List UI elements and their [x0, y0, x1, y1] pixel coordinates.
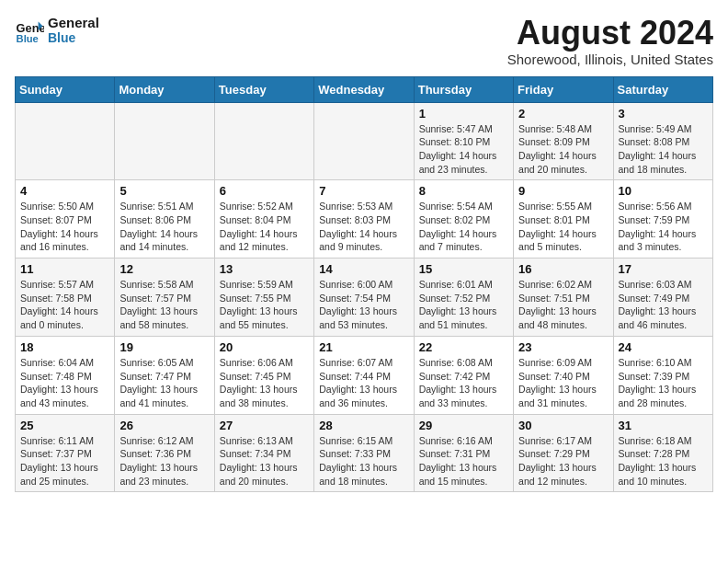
day-number: 20 [220, 340, 309, 354]
calendar-cell: 27Sunrise: 6:13 AMSunset: 7:34 PMDayligh… [214, 414, 313, 492]
header-day-tuesday: Tuesday [214, 76, 313, 102]
day-number: 25 [20, 419, 109, 432]
day-number: 6 [220, 184, 309, 198]
day-number: 21 [319, 340, 408, 354]
day-info: Sunrise: 5:55 AMSunset: 8:01 PMDaylight:… [518, 200, 608, 254]
logo-line2: Blue [48, 30, 99, 45]
day-number: 19 [119, 340, 209, 354]
week-row-5: 25Sunrise: 6:11 AMSunset: 7:37 PMDayligh… [16, 414, 713, 492]
header: General Blue General Blue August 2024 Sh… [15, 15, 713, 67]
week-row-1: 1Sunrise: 5:47 AMSunset: 8:10 PMDaylight… [16, 102, 713, 180]
week-row-3: 11Sunrise: 5:57 AMSunset: 7:58 PMDayligh… [16, 259, 713, 337]
day-info: Sunrise: 5:57 AMSunset: 7:58 PMDaylight:… [20, 278, 109, 332]
day-number: 15 [419, 262, 508, 276]
day-number: 11 [20, 262, 109, 276]
svg-text:Blue: Blue [17, 32, 39, 43]
day-number: 29 [419, 419, 508, 432]
calendar-title: August 2024 [507, 15, 713, 52]
calendar-cell: 20Sunrise: 6:06 AMSunset: 7:45 PMDayligh… [214, 336, 313, 414]
calendar-cell: 24Sunrise: 6:10 AMSunset: 7:39 PMDayligh… [613, 336, 712, 414]
day-number: 7 [319, 184, 408, 198]
day-number: 26 [119, 419, 209, 432]
day-info: Sunrise: 6:06 AMSunset: 7:45 PMDaylight:… [220, 356, 309, 410]
header-day-thursday: Thursday [414, 76, 513, 102]
calendar-cell: 2Sunrise: 5:48 AMSunset: 8:09 PMDaylight… [514, 102, 613, 180]
day-number: 2 [518, 107, 608, 121]
day-info: Sunrise: 6:11 AMSunset: 7:37 PMDaylight:… [20, 434, 109, 488]
day-info: Sunrise: 6:04 AMSunset: 7:48 PMDaylight:… [20, 356, 109, 410]
calendar-cell [16, 102, 115, 180]
calendar-cell: 25Sunrise: 6:11 AMSunset: 7:37 PMDayligh… [16, 414, 115, 492]
day-number: 24 [619, 340, 708, 354]
calendar-cell [214, 102, 313, 180]
calendar-cell: 10Sunrise: 5:56 AMSunset: 7:59 PMDayligh… [613, 180, 712, 259]
calendar-cell: 16Sunrise: 6:02 AMSunset: 7:51 PMDayligh… [514, 259, 613, 337]
day-info: Sunrise: 6:13 AMSunset: 7:34 PMDaylight:… [220, 434, 309, 488]
day-number: 22 [419, 340, 508, 354]
day-number: 4 [20, 184, 109, 198]
day-number: 18 [20, 340, 109, 354]
day-info: Sunrise: 5:50 AMSunset: 8:07 PMDaylight:… [20, 200, 109, 254]
logo: General Blue General Blue [15, 15, 99, 45]
day-number: 30 [518, 419, 608, 432]
calendar-cell [314, 102, 414, 180]
day-number: 28 [319, 419, 408, 432]
calendar-cell: 29Sunrise: 6:16 AMSunset: 7:31 PMDayligh… [414, 414, 513, 492]
header-day-friday: Friday [514, 76, 613, 102]
day-info: Sunrise: 6:07 AMSunset: 7:44 PMDaylight:… [319, 356, 408, 410]
day-info: Sunrise: 5:47 AMSunset: 8:10 PMDaylight:… [419, 122, 508, 177]
calendar-cell: 15Sunrise: 6:01 AMSunset: 7:52 PMDayligh… [414, 259, 513, 337]
calendar-cell: 5Sunrise: 5:51 AMSunset: 8:06 PMDaylight… [115, 180, 214, 259]
day-number: 17 [619, 262, 708, 276]
day-info: Sunrise: 5:52 AMSunset: 8:04 PMDaylight:… [220, 200, 309, 254]
calendar-cell: 28Sunrise: 6:15 AMSunset: 7:33 PMDayligh… [314, 414, 414, 492]
day-info: Sunrise: 6:10 AMSunset: 7:39 PMDaylight:… [619, 356, 708, 410]
calendar-cell: 6Sunrise: 5:52 AMSunset: 8:04 PMDaylight… [214, 180, 313, 259]
calendar-cell: 17Sunrise: 6:03 AMSunset: 7:49 PMDayligh… [613, 259, 712, 337]
day-number: 12 [119, 262, 209, 276]
day-info: Sunrise: 5:54 AMSunset: 8:02 PMDaylight:… [419, 200, 508, 254]
day-number: 14 [319, 262, 408, 276]
calendar-cell: 21Sunrise: 6:07 AMSunset: 7:44 PMDayligh… [314, 336, 414, 414]
day-info: Sunrise: 6:15 AMSunset: 7:33 PMDaylight:… [319, 434, 408, 488]
day-info: Sunrise: 5:51 AMSunset: 8:06 PMDaylight:… [119, 200, 209, 254]
week-row-2: 4Sunrise: 5:50 AMSunset: 8:07 PMDaylight… [16, 180, 713, 259]
day-info: Sunrise: 5:53 AMSunset: 8:03 PMDaylight:… [319, 200, 408, 254]
day-info: Sunrise: 6:05 AMSunset: 7:47 PMDaylight:… [119, 356, 209, 410]
calendar-subtitle: Shorewood, Illinois, United States [507, 52, 713, 67]
day-info: Sunrise: 6:09 AMSunset: 7:40 PMDaylight:… [518, 356, 608, 410]
calendar-cell: 1Sunrise: 5:47 AMSunset: 8:10 PMDaylight… [414, 102, 513, 180]
header-day-saturday: Saturday [613, 76, 712, 102]
calendar-cell: 18Sunrise: 6:04 AMSunset: 7:48 PMDayligh… [16, 336, 115, 414]
calendar-cell: 19Sunrise: 6:05 AMSunset: 7:47 PMDayligh… [115, 336, 214, 414]
week-row-4: 18Sunrise: 6:04 AMSunset: 7:48 PMDayligh… [16, 336, 713, 414]
day-number: 31 [619, 419, 708, 432]
calendar-cell: 22Sunrise: 6:08 AMSunset: 7:42 PMDayligh… [414, 336, 513, 414]
calendar-body: 1Sunrise: 5:47 AMSunset: 8:10 PMDaylight… [16, 102, 713, 492]
day-info: Sunrise: 5:49 AMSunset: 8:08 PMDaylight:… [619, 122, 708, 177]
header-day-wednesday: Wednesday [314, 76, 414, 102]
calendar-cell [115, 102, 214, 180]
day-info: Sunrise: 5:56 AMSunset: 7:59 PMDaylight:… [619, 200, 708, 254]
calendar-cell: 31Sunrise: 6:18 AMSunset: 7:28 PMDayligh… [613, 414, 712, 492]
title-section: August 2024 Shorewood, Illinois, United … [507, 15, 713, 67]
day-number: 27 [220, 419, 309, 432]
day-number: 13 [220, 262, 309, 276]
day-info: Sunrise: 6:16 AMSunset: 7:31 PMDaylight:… [419, 434, 508, 488]
calendar-cell: 11Sunrise: 5:57 AMSunset: 7:58 PMDayligh… [16, 259, 115, 337]
day-number: 10 [619, 184, 708, 198]
logo-line1: General [48, 15, 99, 30]
day-number: 8 [419, 184, 508, 198]
day-number: 23 [518, 340, 608, 354]
day-info: Sunrise: 5:58 AMSunset: 7:57 PMDaylight:… [119, 278, 209, 332]
calendar-cell: 26Sunrise: 6:12 AMSunset: 7:36 PMDayligh… [115, 414, 214, 492]
day-info: Sunrise: 6:00 AMSunset: 7:54 PMDaylight:… [319, 278, 408, 332]
calendar-cell: 8Sunrise: 5:54 AMSunset: 8:02 PMDaylight… [414, 180, 513, 259]
logo-icon: General Blue [15, 16, 44, 45]
header-day-sunday: Sunday [16, 76, 115, 102]
day-number: 3 [619, 107, 708, 121]
calendar-cell: 13Sunrise: 5:59 AMSunset: 7:55 PMDayligh… [214, 259, 313, 337]
header-row: SundayMondayTuesdayWednesdayThursdayFrid… [16, 76, 713, 102]
calendar-cell: 23Sunrise: 6:09 AMSunset: 7:40 PMDayligh… [514, 336, 613, 414]
header-day-monday: Monday [115, 76, 214, 102]
